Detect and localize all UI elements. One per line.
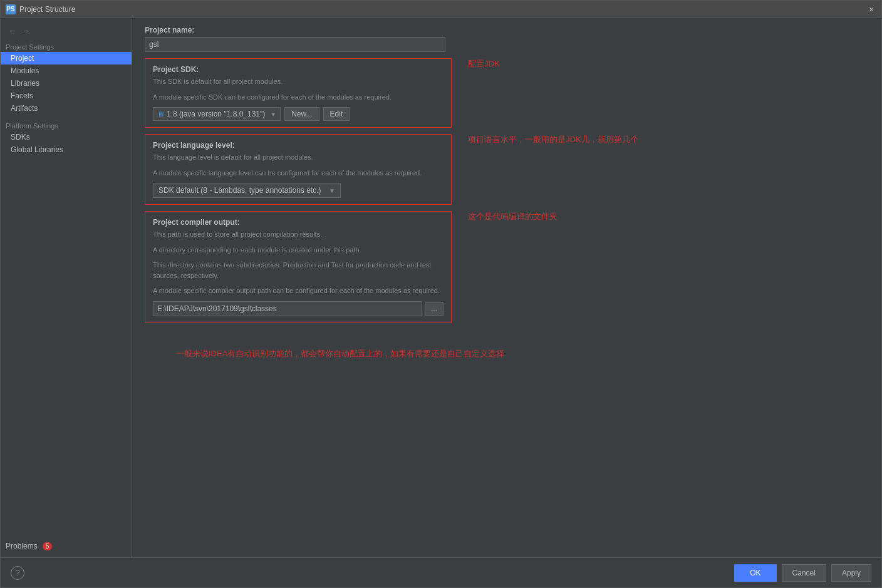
sdk-new-button[interactable]: New... bbox=[284, 107, 319, 121]
compiler-desc2: A directory corresponding to each module… bbox=[153, 245, 444, 255]
project-settings-label: Project Settings bbox=[1, 41, 132, 52]
compiler-desc3: This directory contains two subdirectori… bbox=[153, 260, 444, 281]
bottom-bar: ? OK Cancel Apply bbox=[1, 557, 881, 587]
sidebar-item-global-libraries[interactable]: Global Libraries bbox=[1, 143, 132, 156]
sdk-value: 1.8 (java version "1.8.0_131") bbox=[167, 110, 265, 118]
language-level-value: SDK default (8 - Lambdas, type annotatio… bbox=[158, 186, 321, 195]
problems-label: Problems bbox=[6, 542, 38, 550]
dialog-body: ← → Project Settings Project Modules Lib… bbox=[1, 18, 881, 557]
close-button[interactable]: × bbox=[866, 4, 876, 14]
sdk-annotation-row: Project SDK: This SDK is default for all… bbox=[145, 58, 869, 128]
compiler-annotation: 这个是代码编译的文件夹 bbox=[468, 211, 558, 222]
problems-badge: 5 bbox=[43, 542, 53, 550]
nav-forward-button[interactable]: → bbox=[19, 24, 33, 37]
language-section-box: Project language level: This language le… bbox=[145, 134, 452, 205]
compiler-annotation-row: Project compiler output: This path is us… bbox=[145, 211, 869, 323]
sdk-dropdown[interactable]: 🖥 1.8 (java version "1.8.0_131") ▼ bbox=[153, 107, 281, 121]
app-icon: PS bbox=[6, 4, 16, 14]
sdk-annotation: 配置JDK bbox=[468, 58, 500, 70]
compiler-output-row: ... bbox=[153, 301, 444, 316]
sdk-title: Project SDK: bbox=[153, 65, 444, 74]
main-content: Project name: Project SDK: This SDK is d… bbox=[132, 18, 881, 557]
project-name-input[interactable] bbox=[145, 37, 445, 52]
language-dropdown-arrow-icon: ▼ bbox=[329, 187, 335, 194]
sidebar-item-facets[interactable]: Facets bbox=[1, 90, 132, 102]
project-name-label: Project name: bbox=[145, 26, 869, 34]
help-button[interactable]: ? bbox=[11, 566, 24, 580]
ok-button[interactable]: OK bbox=[734, 564, 776, 582]
apply-button[interactable]: Apply bbox=[831, 564, 871, 582]
cancel-button[interactable]: Cancel bbox=[782, 564, 826, 582]
title-bar: PS Project Structure × bbox=[1, 1, 881, 18]
compiler-title: Project compiler output: bbox=[153, 218, 444, 227]
sidebar-item-artifacts[interactable]: Artifacts bbox=[1, 102, 132, 115]
problems-item[interactable]: Problems 5 bbox=[1, 540, 132, 552]
project-name-section: Project name: bbox=[145, 26, 869, 52]
bottom-annotation: 一般来说IDEA有自动识别功能的，都会帮你自动配置上的，如果有需要还是自己自定义… bbox=[176, 349, 504, 358]
sidebar: ← → Project Settings Project Modules Lib… bbox=[1, 18, 132, 557]
dialog-window: PS Project Structure × ← → Project Setti… bbox=[0, 0, 882, 588]
sdk-dropdown-arrow-icon: ▼ bbox=[267, 111, 276, 118]
nav-back-button[interactable]: ← bbox=[6, 24, 19, 37]
language-title: Project language level: bbox=[153, 141, 444, 150]
sdk-controls-row: 🖥 1.8 (java version "1.8.0_131") ▼ New..… bbox=[153, 107, 444, 121]
bottom-bar-right: OK Cancel Apply bbox=[734, 564, 871, 582]
sdk-desc1: This SDK is default for all project modu… bbox=[153, 76, 444, 87]
language-annotation: 项目语言水平，一般用的是JDK几，就用第几个 bbox=[468, 134, 638, 145]
sdk-section-box: Project SDK: This SDK is default for all… bbox=[145, 58, 452, 128]
compiler-section-box: Project compiler output: This path is us… bbox=[145, 211, 452, 323]
compiler-desc1: This path is used to store all project c… bbox=[153, 229, 444, 240]
sidebar-item-project[interactable]: Project bbox=[1, 52, 132, 64]
sidebar-item-libraries[interactable]: Libraries bbox=[1, 77, 132, 90]
platform-settings-label: Platform Settings bbox=[1, 120, 132, 131]
nav-row: ← → bbox=[1, 23, 132, 38]
sdk-desc2: A module specific SDK can be configured … bbox=[153, 92, 444, 103]
sdk-edit-button[interactable]: Edit bbox=[323, 107, 350, 121]
language-desc1: This language level is default for all p… bbox=[153, 152, 444, 163]
sdk-icon: 🖥 bbox=[157, 110, 164, 118]
compiler-output-input[interactable] bbox=[153, 301, 422, 316]
compiler-browse-button[interactable]: ... bbox=[425, 302, 444, 316]
language-annotation-row: Project language level: This language le… bbox=[145, 134, 869, 205]
bottom-bar-left: ? bbox=[11, 566, 24, 580]
sidebar-item-modules[interactable]: Modules bbox=[1, 64, 132, 77]
language-desc2: A module specific language level can be … bbox=[153, 168, 444, 178]
compiler-desc4: A module specific compiler output path c… bbox=[153, 286, 444, 296]
sidebar-item-sdks[interactable]: SDKs bbox=[1, 131, 132, 143]
title-bar-text: Project Structure bbox=[19, 5, 866, 14]
language-level-dropdown[interactable]: SDK default (8 - Lambdas, type annotatio… bbox=[153, 183, 341, 198]
